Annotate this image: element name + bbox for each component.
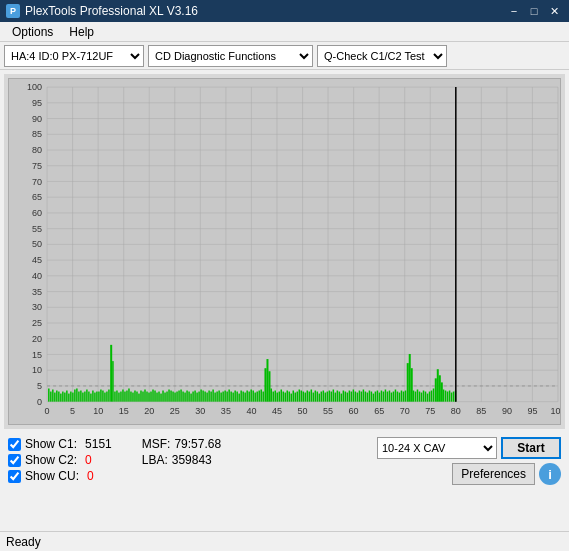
menu-options[interactable]: Options <box>4 23 61 41</box>
speed-select[interactable]: 10-24 X CAV8 X CLV16 X CLV24 X CLVMAX <box>377 437 497 459</box>
svg-rect-122 <box>120 392 122 402</box>
svg-rect-191 <box>258 391 260 402</box>
svg-rect-219 <box>315 391 317 402</box>
svg-rect-266 <box>409 354 411 402</box>
svg-rect-113 <box>98 392 100 402</box>
chart-svg: 100 95 90 85 80 75 70 65 60 55 50 45 40 … <box>9 79 560 424</box>
show-c1-checkbox[interactable] <box>8 438 21 451</box>
title-bar: P PlexTools Professional XL V3.16 − □ ✕ <box>0 0 569 22</box>
svg-rect-222 <box>321 392 323 402</box>
svg-rect-196 <box>268 371 270 401</box>
svg-rect-120 <box>116 391 118 402</box>
bottom-panel: Show C1: 5151 Show C2: 0 Show CU: 0 MSF:… <box>0 433 569 489</box>
svg-rect-175 <box>226 392 228 402</box>
svg-rect-99 <box>74 390 76 402</box>
show-c2-checkbox[interactable] <box>8 454 21 467</box>
checkboxes-column: Show C1: 5151 Show C2: 0 Show CU: 0 <box>8 437 112 483</box>
function-select[interactable]: CD Diagnostic Functions <box>148 45 313 67</box>
svg-rect-166 <box>208 391 210 402</box>
svg-rect-285 <box>447 392 449 402</box>
show-cu-checkbox[interactable] <box>8 470 21 483</box>
svg-text:0: 0 <box>37 397 42 407</box>
svg-text:50: 50 <box>32 239 42 249</box>
svg-rect-232 <box>341 394 343 402</box>
drive-select[interactable]: HA:4 ID:0 PX-712UF <box>4 45 144 67</box>
svg-rect-274 <box>425 392 427 402</box>
svg-rect-124 <box>124 392 126 402</box>
lba-label: LBA: <box>142 453 168 467</box>
svg-text:35: 35 <box>32 287 42 297</box>
svg-rect-271 <box>419 392 421 402</box>
svg-rect-255 <box>387 392 389 402</box>
svg-rect-250 <box>377 391 379 402</box>
svg-rect-145 <box>166 392 168 402</box>
maximize-button[interactable]: □ <box>525 3 543 19</box>
svg-rect-254 <box>385 390 387 402</box>
svg-rect-269 <box>415 392 417 402</box>
svg-text:85: 85 <box>476 406 486 416</box>
svg-rect-229 <box>335 393 337 402</box>
svg-text:80: 80 <box>451 406 461 416</box>
svg-text:50: 50 <box>298 406 308 416</box>
svg-rect-117 <box>106 392 108 402</box>
svg-rect-101 <box>78 392 80 402</box>
menu-help[interactable]: Help <box>61 23 102 41</box>
svg-rect-204 <box>285 393 287 402</box>
svg-rect-248 <box>373 394 375 402</box>
svg-rect-238 <box>353 390 355 402</box>
svg-rect-125 <box>126 391 128 402</box>
svg-rect-213 <box>303 392 305 402</box>
svg-rect-115 <box>102 391 104 402</box>
svg-text:30: 30 <box>32 302 42 312</box>
svg-rect-177 <box>230 392 232 402</box>
svg-rect-141 <box>158 392 160 402</box>
svg-rect-110 <box>96 392 98 402</box>
svg-text:75: 75 <box>32 161 42 171</box>
svg-rect-253 <box>383 392 385 402</box>
svg-text:65: 65 <box>374 406 384 416</box>
msf-value: 79:57.68 <box>174 437 221 451</box>
svg-rect-140 <box>156 393 158 402</box>
svg-rect-240 <box>357 393 359 402</box>
svg-rect-172 <box>220 393 222 402</box>
svg-rect-231 <box>339 392 341 402</box>
svg-rect-279 <box>435 378 437 401</box>
svg-rect-163 <box>202 391 204 402</box>
svg-rect-192 <box>260 390 262 402</box>
start-button[interactable]: Start <box>501 437 561 459</box>
svg-rect-143 <box>162 391 164 402</box>
svg-rect-136 <box>148 393 150 402</box>
svg-rect-179 <box>234 391 236 402</box>
svg-rect-259 <box>395 390 397 402</box>
info-button[interactable]: i <box>539 463 561 485</box>
close-button[interactable]: ✕ <box>545 3 563 19</box>
svg-rect-275 <box>427 394 429 402</box>
svg-rect-134 <box>144 390 146 402</box>
show-c2-row: Show C2: 0 <box>8 453 112 467</box>
svg-rect-167 <box>210 392 212 402</box>
preferences-button[interactable]: Preferences <box>452 463 535 485</box>
svg-rect-139 <box>154 391 156 402</box>
svg-rect-201 <box>278 392 280 402</box>
svg-rect-164 <box>204 392 206 402</box>
toolbar: HA:4 ID:0 PX-712UF CD Diagnostic Functio… <box>0 42 569 70</box>
minimize-button[interactable]: − <box>505 3 523 19</box>
svg-rect-121 <box>118 393 120 402</box>
svg-rect-189 <box>254 393 256 402</box>
svg-text:25: 25 <box>170 406 180 416</box>
svg-rect-261 <box>399 393 401 402</box>
msf-label: MSF: <box>142 437 171 451</box>
c2-value: 0 <box>85 453 92 467</box>
svg-rect-119 <box>114 392 116 402</box>
svg-rect-195 <box>266 359 268 402</box>
svg-rect-135 <box>146 392 148 402</box>
svg-text:100: 100 <box>27 82 42 92</box>
svg-rect-212 <box>301 391 303 402</box>
svg-rect-230 <box>337 391 339 402</box>
test-select[interactable]: Q-Check C1/C2 Test <box>317 45 447 67</box>
svg-rect-146 <box>168 390 170 402</box>
svg-rect-90 <box>56 391 58 402</box>
show-c2-label: Show C2: <box>25 453 77 467</box>
svg-rect-268 <box>413 391 415 402</box>
svg-text:25: 25 <box>32 318 42 328</box>
